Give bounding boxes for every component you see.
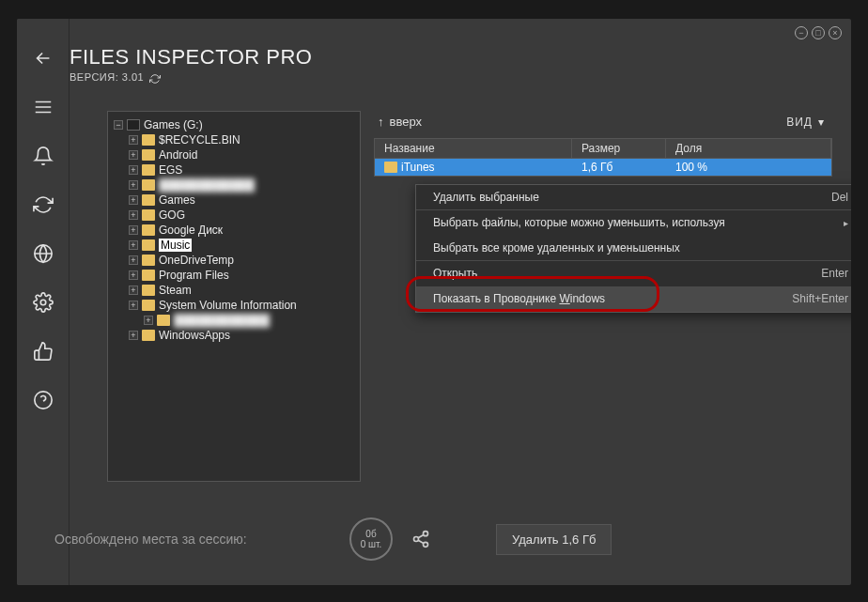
expand-icon[interactable]: + — [129, 135, 138, 145]
tree-item[interactable]: +EGS — [127, 162, 356, 178]
menu-icon[interactable] — [32, 96, 54, 118]
tree-item[interactable]: +████████████ — [127, 178, 356, 193]
folder-icon — [142, 209, 155, 221]
expand-icon[interactable]: + — [144, 316, 153, 325]
svg-point-1 — [40, 300, 46, 305]
folder-icon — [142, 239, 155, 251]
ctx-choose-all[interactable]: Выбрать все кроме удаленных и уменьшенны… — [416, 236, 851, 261]
table-row[interactable]: iTunes 1,6 Гб 100 % — [375, 159, 831, 176]
maximize-button[interactable]: □ — [812, 26, 825, 39]
back-icon[interactable] — [32, 47, 54, 69]
arrow-up-icon: ↑ — [378, 115, 384, 129]
svg-point-5 — [424, 542, 428, 547]
expand-icon[interactable]: + — [129, 195, 138, 205]
ctx-open[interactable]: Открыть Enter — [416, 261, 851, 286]
svg-point-2 — [34, 392, 51, 409]
tree-item[interactable]: +WindowsApps — [127, 328, 356, 343]
context-menu: Удалить выбранные Del Выбрать файлы, кот… — [415, 184, 851, 313]
expand-icon[interactable]: + — [129, 301, 138, 310]
refresh-icon[interactable] — [32, 193, 54, 216]
tree-item[interactable]: +Music — [127, 238, 356, 253]
freed-counter: 0б 0 шт. — [349, 517, 393, 561]
minimize-button[interactable]: − — [795, 26, 808, 39]
col-size[interactable]: Размер — [572, 139, 666, 158]
collapse-icon[interactable]: − — [114, 120, 123, 130]
bell-icon[interactable] — [32, 145, 54, 167]
expand-icon[interactable]: + — [129, 331, 138, 340]
folder-icon — [142, 164, 155, 176]
folder-icon — [142, 149, 155, 161]
folder-icon — [142, 330, 155, 341]
col-share[interactable]: Доля — [666, 139, 831, 158]
ctx-delete[interactable]: Удалить выбранные Del — [416, 185, 851, 210]
tree-item[interactable]: +Program Files — [127, 268, 356, 283]
folder-icon — [142, 194, 155, 206]
expand-icon[interactable]: + — [129, 150, 138, 160]
tree-item[interactable]: +████████████ — [142, 313, 356, 328]
tree-item[interactable]: +Android — [127, 147, 356, 162]
folder-icon — [157, 315, 170, 326]
sidebar-nav — [17, 19, 70, 585]
expand-icon[interactable]: + — [129, 210, 138, 220]
close-button[interactable]: × — [829, 26, 842, 39]
folder-icon — [142, 224, 155, 236]
tree-item[interactable]: +Google Диск — [127, 223, 356, 238]
share-icon[interactable] — [411, 530, 430, 548]
expand-icon[interactable]: + — [129, 240, 138, 250]
ctx-show-explorer[interactable]: Показать в Проводнике Windows Shift+Ente… — [416, 286, 851, 312]
tree-item[interactable]: +OneDriveTemp — [127, 253, 356, 268]
view-dropdown[interactable]: ВИД ▾ — [786, 116, 825, 129]
thumbs-up-icon[interactable] — [32, 340, 54, 363]
chevron-right-icon: ▸ — [844, 218, 848, 228]
tree-root[interactable]: − Games (G:) — [112, 117, 356, 132]
app-title: FILES INSPECTOR PRO — [70, 45, 312, 69]
folder-tree[interactable]: − Games (G:) +$RECYCLE.BIN+Android+EGS+█… — [107, 111, 361, 482]
folder-icon — [142, 300, 155, 311]
up-button[interactable]: ↑ вверх — [378, 115, 422, 129]
expand-icon[interactable]: + — [129, 180, 138, 190]
window-controls: − □ × — [795, 26, 842, 39]
expand-icon[interactable]: + — [129, 225, 138, 235]
expand-icon[interactable]: + — [129, 286, 138, 295]
folder-icon — [142, 285, 155, 296]
svg-point-4 — [414, 537, 419, 542]
col-name[interactable]: Название — [375, 139, 572, 158]
folder-icon — [142, 270, 155, 281]
expand-icon[interactable]: + — [129, 255, 138, 265]
freed-space-panel: Освобождено места за сессию: 0б 0 шт. — [36, 517, 449, 561]
svg-point-3 — [424, 532, 428, 536]
version-label: ВЕРСИЯ: 3.01 — [70, 71, 144, 83]
help-icon[interactable] — [32, 389, 54, 411]
drive-icon — [127, 119, 140, 131]
folder-icon — [142, 255, 155, 266]
tree-item[interactable]: +System Volume Information — [127, 298, 356, 313]
folder-icon — [142, 179, 155, 191]
folder-icon — [384, 162, 397, 173]
tree-item[interactable]: +Games — [127, 193, 356, 208]
version-refresh-icon[interactable] — [149, 71, 161, 83]
folder-icon — [142, 134, 155, 146]
chevron-down-icon: ▾ — [818, 116, 825, 129]
tree-item[interactable]: +GOG — [127, 208, 356, 223]
freed-label: Освобождено места за сессию: — [54, 532, 247, 547]
delete-button[interactable]: Удалить 1,6 Гб — [496, 524, 612, 555]
globe-icon[interactable] — [32, 242, 54, 265]
expand-icon[interactable]: + — [129, 165, 138, 175]
ctx-choose-files[interactable]: Выбрать файлы, которые можно уменьшить, … — [416, 210, 851, 236]
gear-icon[interactable] — [32, 291, 54, 314]
file-table: Название Размер Доля iTunes 1,6 Гб 100 % — [374, 138, 832, 177]
tree-item[interactable]: +Steam — [127, 283, 356, 298]
tree-item[interactable]: +$RECYCLE.BIN — [127, 132, 356, 147]
expand-icon[interactable]: + — [129, 270, 138, 280]
